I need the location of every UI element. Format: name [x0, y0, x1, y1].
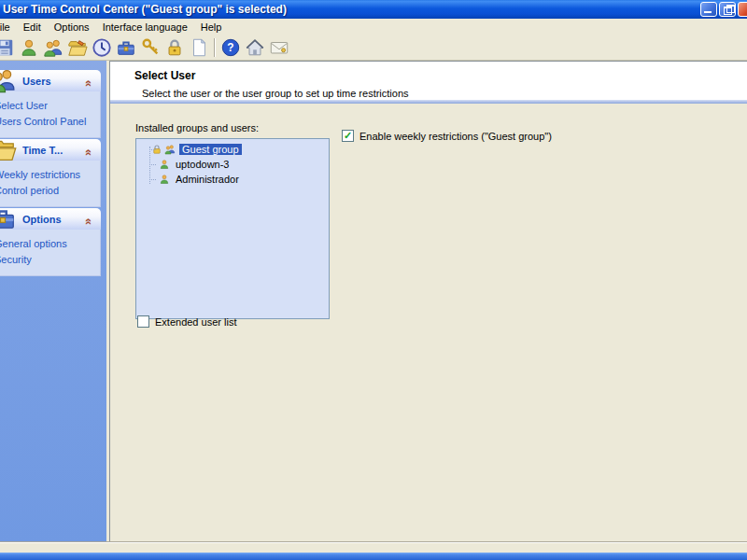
menu-item-edit[interactable]: Edit [17, 20, 48, 35]
menu-item-interface-language[interactable]: Interface language [96, 20, 194, 35]
list-item-icons [159, 174, 170, 185]
sidebar-item-general-options[interactable]: General options [0, 236, 100, 252]
sidebar-section-time-header[interactable]: Time T... [0, 139, 101, 161]
sidebar-section-time-body: Weekly restrictions Control period [0, 161, 101, 207]
collapse-chevron-icon[interactable] [81, 212, 94, 225]
toolbox-icon [0, 204, 17, 232]
sidebar-section-users-body: Select User Users Control Panel [0, 91, 101, 138]
list-item-administrador[interactable]: Administrador [136, 172, 329, 187]
restore-button[interactable] [719, 2, 736, 17]
keys-icon[interactable] [138, 36, 162, 59]
list-item-label[interactable]: Administrador [173, 174, 242, 185]
group-icon [163, 144, 176, 155]
checkbox-label: Enable weekly restrictions ("Guest group… [359, 131, 552, 142]
home-icon[interactable] [243, 36, 267, 59]
window-controls [700, 2, 747, 17]
enable-weekly-restrictions-checkline: ✓ Enable weekly restrictions ("Guest gro… [342, 130, 552, 142]
extended-user-list-checkbox[interactable] [137, 315, 149, 328]
sidebar-item-control-period[interactable]: Control period [0, 183, 100, 199]
folder-icon [0, 135, 17, 163]
list-item-label[interactable]: uptodown-3 [173, 159, 233, 170]
sidebar-section-users: Users Select User Users Control Panel [0, 70, 101, 138]
lock-icon [151, 144, 162, 155]
save-icon[interactable] [0, 36, 17, 59]
sidebar-item-weekly-restrictions[interactable]: Weekly restrictions [0, 167, 100, 183]
content-header: Select User Select the user or the user … [110, 62, 747, 100]
close-button[interactable] [738, 2, 747, 17]
user-icon[interactable] [17, 36, 41, 59]
users-icon[interactable] [41, 36, 65, 59]
list-item-icons [159, 159, 170, 170]
sidebar-section-users-header[interactable]: Users [0, 70, 101, 91]
user-icon [159, 159, 170, 170]
new-document-icon[interactable] [187, 36, 211, 59]
collapse-chevron-icon[interactable] [81, 143, 94, 156]
sidebar-section-options-body: General options Security [0, 230, 101, 276]
toolbar: ? [0, 35, 747, 60]
menu-item-help[interactable]: Help [194, 20, 229, 35]
sidebar-section-options: Options General options Security [0, 208, 101, 276]
user-list[interactable]: Guest group uptodown-3 Administrador [135, 138, 330, 319]
menu-item-options[interactable]: Options [48, 20, 96, 35]
svg-text:?: ? [227, 41, 233, 54]
list-item-icons [151, 144, 176, 155]
list-item-guest-group[interactable]: Guest group [136, 142, 329, 157]
sidebar-section-options-header[interactable]: Options [0, 208, 101, 230]
clock-icon[interactable] [90, 36, 114, 59]
toolbar-separator [214, 38, 216, 57]
taskbar[interactable] [0, 553, 747, 560]
list-item-label[interactable]: Guest group [179, 144, 242, 155]
collapse-chevron-icon[interactable] [81, 74, 94, 87]
users-icon [0, 66, 17, 94]
window-title: User Time Control Center ("Guest group" … [0, 3, 287, 16]
sidebar-item-users-control-panel[interactable]: Users Control Panel [0, 114, 100, 130]
window-titlebar[interactable]: User Time Control Center ("Guest group" … [0, 0, 747, 19]
page-title: Select User [110, 62, 747, 82]
minimize-button[interactable] [700, 2, 717, 17]
sidebar-section-time: Time T... Weekly restrictions Control pe… [0, 139, 101, 207]
email-icon[interactable] [267, 36, 291, 59]
menu-bar: File Edit Options Interface language Hel… [0, 19, 747, 35]
checkbox-label: Extended user list [155, 316, 236, 328]
lock-icon[interactable] [162, 36, 187, 59]
toolbox-icon[interactable] [114, 36, 138, 59]
extended-user-list-checkline: Extended user list [137, 315, 236, 328]
sidebar-item-select-user[interactable]: Select User [0, 98, 100, 114]
help-icon[interactable]: ? [218, 36, 243, 59]
sidebar-item-security[interactable]: Security [0, 252, 100, 268]
open-folder-icon[interactable] [65, 36, 90, 59]
list-label: Installed groups and users: [135, 122, 259, 133]
user-icon [159, 174, 170, 185]
content-body: Installed groups and users: Guest group [110, 104, 747, 543]
window-bottom-border [0, 541, 747, 553]
content-panel: Select User Select the user or the user … [109, 61, 747, 542]
list-item-uptodown-3[interactable]: uptodown-3 [136, 157, 329, 172]
main-area: Users Select User Users Control Panel Ti… [0, 60, 747, 541]
enable-weekly-restrictions-checkbox[interactable]: ✓ [342, 130, 354, 142]
page-subtitle: Select the user or the user group to set… [110, 82, 747, 99]
sidebar: Users Select User Users Control Panel Ti… [0, 61, 106, 542]
desktop: User Time Control Center ("Guest group" … [0, 0, 747, 560]
menu-item-file[interactable]: File [0, 20, 17, 35]
